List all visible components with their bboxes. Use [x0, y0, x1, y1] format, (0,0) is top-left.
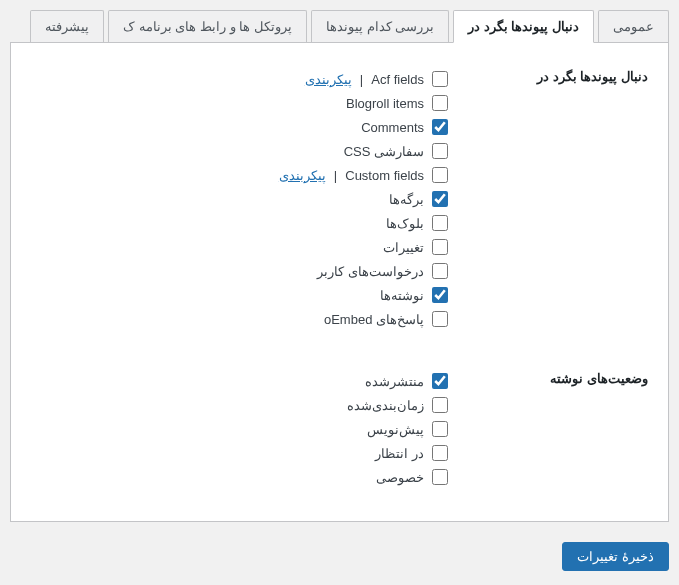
tab-look-for-links[interactable]: دنبال پیوندها بگرد در [453, 10, 594, 43]
tab-which-links[interactable]: بررسی کدام پیوندها [311, 10, 449, 43]
status-checkbox-published[interactable] [432, 373, 448, 389]
option-row-css: CSS سفارشی [31, 139, 448, 163]
tabs-nav: عمومی دنبال پیوندها بگرد در بررسی کدام پ… [0, 10, 669, 43]
checkbox-blogroll[interactable] [432, 95, 448, 111]
status-label-private: خصوصی [376, 470, 424, 485]
option-label-blocks: بلوک‌ها [386, 216, 424, 231]
tab-general[interactable]: عمومی [598, 10, 669, 43]
status-checkbox-pending[interactable] [432, 445, 448, 461]
option-label-customfields: Custom fields [345, 168, 424, 183]
checkbox-acf[interactable] [432, 71, 448, 87]
checkbox-comments[interactable] [432, 119, 448, 135]
status-row-pending: در انتظار [31, 441, 448, 465]
option-label-blogroll: Blogroll items [346, 96, 424, 111]
checkbox-posts[interactable] [432, 287, 448, 303]
option-label-comments: Comments [361, 120, 424, 135]
status-label-draft: پیش‌نویس [367, 422, 424, 437]
checkbox-requests[interactable] [432, 263, 448, 279]
config-link-acf[interactable]: پیکربندی [305, 72, 352, 87]
option-label-changes: تغییرات [383, 240, 424, 255]
option-row-comments: Comments [31, 115, 448, 139]
option-label-posts: نوشته‌ها [380, 288, 424, 303]
save-button[interactable]: ذخیرۀ تغییرات [562, 542, 669, 571]
checkbox-changes[interactable] [432, 239, 448, 255]
section-label-look-for-links: دنبال پیوندها بگرد در [448, 67, 648, 331]
checkbox-oembed[interactable] [432, 311, 448, 327]
option-row-changes: تغییرات [31, 235, 448, 259]
option-row-customfields: پیکربندی | Custom fields [31, 163, 448, 187]
checkbox-css[interactable] [432, 143, 448, 159]
status-row-scheduled: زمان‌بندی‌شده [31, 393, 448, 417]
option-label-pages: برگه‌ها [389, 192, 424, 207]
option-label-css: CSS سفارشی [344, 144, 424, 159]
status-label-pending: در انتظار [375, 446, 424, 461]
option-row-oembed: پاسخ‌های oEmbed [31, 307, 448, 331]
option-row-blocks: بلوک‌ها [31, 211, 448, 235]
status-checkbox-private[interactable] [432, 469, 448, 485]
status-row-draft: پیش‌نویس [31, 417, 448, 441]
status-row-published: منتشرشده [31, 369, 448, 393]
option-row-requests: درخواست‌های کاربر [31, 259, 448, 283]
status-label-published: منتشرشده [365, 374, 424, 389]
checkbox-customfields[interactable] [432, 167, 448, 183]
option-row-posts: نوشته‌ها [31, 283, 448, 307]
option-row-pages: برگه‌ها [31, 187, 448, 211]
config-link-customfields[interactable]: پیکربندی [279, 168, 326, 183]
option-label-requests: درخواست‌های کاربر [317, 264, 424, 279]
option-row-acf: پیکربندی | Acf fields [31, 67, 448, 91]
checkbox-pages[interactable] [432, 191, 448, 207]
section-label-post-statuses: وضعیت‌های نوشته [448, 369, 648, 489]
status-row-private: خصوصی [31, 465, 448, 489]
option-label-oembed: پاسخ‌های oEmbed [324, 312, 424, 327]
settings-panel: دنبال پیوندها بگرد در پیکربندی | Acf fie… [10, 42, 669, 522]
status-label-scheduled: زمان‌بندی‌شده [347, 398, 424, 413]
submit-row: ذخیرۀ تغییرات [0, 522, 679, 581]
tab-protocols[interactable]: پروتکل ها و رابط های برنامه ک [108, 10, 307, 43]
status-checkbox-draft[interactable] [432, 421, 448, 437]
option-row-blogroll: Blogroll items [31, 91, 448, 115]
status-checkbox-scheduled[interactable] [432, 397, 448, 413]
tab-advanced[interactable]: پیشرفته [30, 10, 104, 43]
option-label-acf: Acf fields [371, 72, 424, 87]
checkbox-blocks[interactable] [432, 215, 448, 231]
